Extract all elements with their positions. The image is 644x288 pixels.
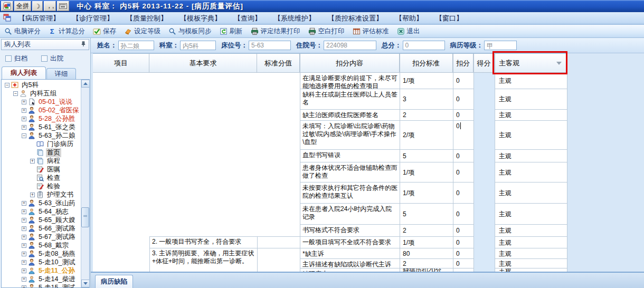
tree-item[interactable]: +5-走08_杨燕	[2, 249, 81, 258]
deduct-standard-cell[interactable]: 3	[403, 89, 451, 110]
subjective-cell[interactable]: 主观	[499, 237, 564, 248]
checkbox-icon[interactable]	[5, 55, 12, 62]
deduct-value-cell[interactable]: 0	[456, 121, 472, 150]
deduct-standard-cell[interactable]: 1/项	[403, 73, 451, 89]
tree-item[interactable]: +5-走11_公孙	[2, 266, 81, 275]
tree-item[interactable]: −5-63_孙二娘	[2, 131, 81, 140]
checkbox-icon[interactable]	[41, 55, 48, 62]
field-dept-input[interactable]: 内5科	[180, 41, 216, 50]
menu-item-1[interactable]: 【诊疗管理】	[72, 14, 113, 23]
deduct-value-cell[interactable]: 0	[456, 204, 472, 225]
table-row[interactable]: 书写格式不符合要求20主观	[93, 225, 567, 237]
menu-item-6[interactable]: 【质控标准设置】	[328, 14, 383, 23]
collapse-minus-icon[interactable]: −	[5, 83, 10, 88]
column-header-5[interactable]: 扣分	[453, 54, 473, 73]
field-admission-input[interactable]: 224098	[324, 41, 376, 50]
tree-item[interactable]: +5-67_测试路	[2, 233, 81, 241]
field-grade-input[interactable]: 甲	[484, 41, 517, 50]
pin-icon[interactable]	[80, 41, 86, 49]
expand-plus-icon[interactable]: +	[22, 100, 26, 104]
tree-item[interactable]: +5-65_顾大嫂	[2, 216, 81, 224]
deduct-value-cell[interactable]: 0	[456, 183, 472, 204]
tree-scrollbar[interactable]	[81, 80, 89, 287]
deduct-content-cell[interactable]: 未填写：入院诊断\出院诊断\药物过敏\院内感染\病理诊断\手术操作\血型	[302, 121, 397, 150]
subjective-cell[interactable]: 主观	[499, 248, 564, 259]
scroll-up-button[interactable]	[81, 80, 90, 88]
ime-moon-icon[interactable]: ☽	[32, 1, 43, 11]
menu-item-4[interactable]: 【查询】	[234, 14, 261, 23]
subjective-cell[interactable]: 主观	[499, 121, 564, 150]
deduct-standard-cell[interactable]: 1/项	[403, 183, 451, 204]
computer-score-button[interactable]: 电脑评分	[4, 27, 41, 36]
deduct-standard-cell[interactable]: 5	[403, 204, 451, 225]
deduct-content-cell[interactable]: 缺主治医师或住院医师签名	[302, 110, 397, 121]
tab-patient-list[interactable]: 病人列表	[2, 66, 46, 79]
tree-item[interactable]: +5-走14_柴进	[2, 275, 81, 283]
expand-plus-icon[interactable]: +	[22, 226, 26, 231]
deduct-standard-cell[interactable]: 5	[403, 150, 451, 162]
collapse-minus-icon[interactable]: −	[22, 133, 26, 138]
deduct-value-cell[interactable]: 0	[456, 89, 472, 110]
deduct-content-cell[interactable]: 主诉描述有缺陷或以诊断代主诉	[302, 259, 397, 268]
table-row[interactable]: 在满足诊断要求的前提下，未尽可能地选择费用低的检查项目1/项0主观	[93, 73, 567, 89]
field-name-input[interactable]: 孙二娘	[118, 41, 154, 50]
field-total-input[interactable]: 0	[403, 41, 445, 50]
subjective-cell[interactable]: 主观	[499, 150, 564, 162]
tree-item[interactable]: 门诊病历	[2, 140, 81, 148]
column-header-1[interactable]: 基本要求	[149, 54, 257, 73]
deduct-content-cell[interactable]: 患者身体状况不适合做辅助检查而做了检查	[302, 162, 397, 183]
menu-item-7[interactable]: 【帮助】	[395, 14, 423, 23]
column-header-3[interactable]: 扣分内容	[300, 54, 400, 73]
deduct-content-cell[interactable]: 书写格式不符合要求	[302, 225, 397, 237]
deduct-standard-cell[interactable]: 2	[403, 259, 451, 268]
table-row[interactable]: 未按要求执行和其它符合条件的医院的检查结果互认1/项0主观	[93, 183, 567, 204]
deduct-content-cell[interactable]: 血型书写错误	[302, 150, 397, 162]
ime-keyboard-icon[interactable]	[57, 1, 69, 11]
deduct-value-cell[interactable]: 0	[456, 162, 472, 183]
expand-plus-icon[interactable]: +	[22, 125, 26, 130]
ime-pinyin-button[interactable]: 全拼	[14, 1, 31, 11]
deduct-value-cell[interactable]: 0	[456, 150, 472, 162]
expand-plus-icon[interactable]: +	[30, 193, 35, 197]
subjective-cell[interactable]: 主观	[499, 162, 564, 183]
tree-item[interactable]: −内5科	[2, 81, 81, 89]
menu-item-3[interactable]: 【模板字典】	[180, 14, 221, 23]
save-button[interactable]: 保存	[93, 27, 116, 36]
ime-logo-icon[interactable]	[1, 1, 13, 11]
menu-item-2[interactable]: 【质量控制】	[126, 14, 167, 23]
tree-item[interactable]: +5-走10_测试	[2, 258, 81, 266]
deduct-standard-cell[interactable]: 2/项	[403, 121, 451, 150]
eval-standard-button[interactable]: 评估标准	[353, 27, 389, 36]
expand-plus-icon[interactable]: +	[22, 285, 26, 288]
print-result-button[interactable]: 评定结果打印	[251, 27, 300, 36]
deduct-standard-cell[interactable]: 2	[403, 110, 451, 121]
tree-item[interactable]: +5-28_公孙胜	[2, 114, 81, 123]
scroll-down-button[interactable]	[81, 280, 90, 287]
deduct-value-cell[interactable]: 0	[456, 237, 472, 248]
subjective-cell[interactable]: 主观	[499, 225, 564, 237]
tree-item[interactable]: +护理文书	[2, 190, 81, 199]
subjective-cell[interactable]: 主观	[499, 89, 564, 110]
tree-item[interactable]: 检验	[2, 182, 81, 190]
deduct-value-cell[interactable]: 0	[456, 225, 472, 237]
expand-plus-icon[interactable]: +	[22, 108, 26, 113]
subjective-cell[interactable]: 主观	[499, 110, 564, 121]
expand-plus-icon[interactable]: +	[22, 277, 26, 282]
deduct-content-cell[interactable]: 缺科主任或副主任医师以上人员签名	[302, 89, 397, 110]
refresh-button[interactable]: 刷新	[220, 27, 243, 36]
table-row[interactable]: 未在患者入院24小时内完成入院记录50主观	[93, 204, 567, 225]
tree-item[interactable]: +05-02_省医保	[2, 106, 81, 114]
menu-item-5[interactable]: 【系统维护】	[274, 14, 315, 23]
expand-plus-icon[interactable]: +	[22, 268, 26, 273]
expand-plus-icon[interactable]: +	[22, 201, 26, 206]
menu-item-0[interactable]: 【病历管理】	[18, 14, 60, 23]
table-row[interactable]: 未填写：入院诊断\出院诊断\药物过敏\院内感染\病理诊断\手术操作\血型2/项0…	[93, 121, 567, 150]
expand-plus-icon[interactable]: +	[22, 260, 26, 265]
expand-plus-icon[interactable]: +	[22, 218, 26, 223]
deduct-standard-cell[interactable]: 1/项	[403, 162, 451, 183]
subjective-cell[interactable]: 主观	[499, 183, 564, 204]
deduct-standard-cell[interactable]: 1/项	[403, 237, 451, 248]
expand-plus-icon[interactable]: +	[22, 117, 26, 121]
archive-checkbox[interactable]: 归档	[5, 54, 27, 63]
tree-item[interactable]: +05-01_说说	[2, 98, 81, 106]
